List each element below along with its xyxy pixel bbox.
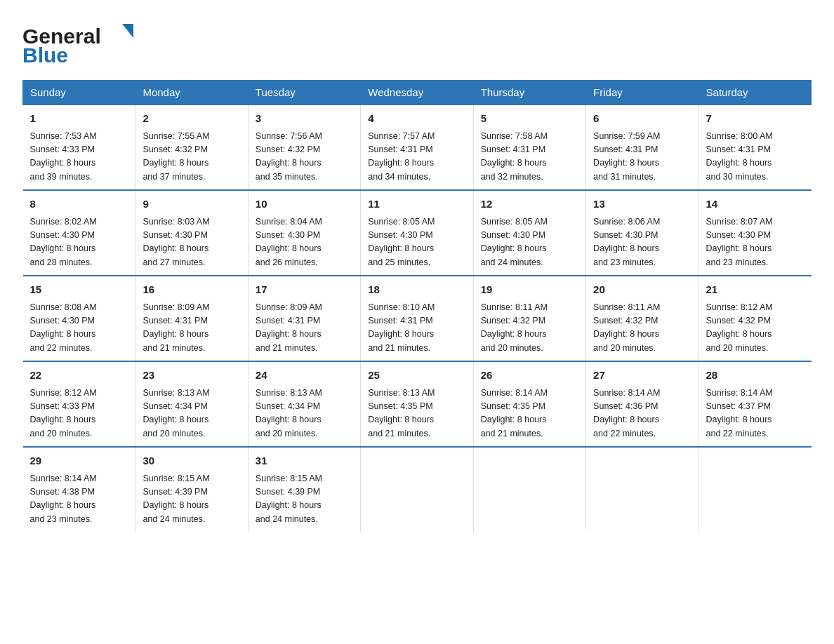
header-tuesday: Tuesday bbox=[248, 81, 360, 105]
calendar-cell: 8 Sunrise: 8:02 AMSunset: 4:30 PMDayligh… bbox=[23, 190, 135, 276]
day-number: 13 bbox=[593, 196, 691, 213]
calendar-cell: 18 Sunrise: 8:10 AMSunset: 4:31 PMDaylig… bbox=[361, 276, 473, 361]
day-number: 30 bbox=[143, 453, 240, 469]
day-number: 21 bbox=[706, 282, 805, 298]
calendar-cell: 9 Sunrise: 8:03 AMSunset: 4:30 PMDayligh… bbox=[135, 190, 248, 276]
day-number: 27 bbox=[593, 368, 691, 384]
day-info: Sunrise: 8:09 AMSunset: 4:31 PMDaylight:… bbox=[256, 301, 353, 356]
calendar-cell: 2 Sunrise: 7:55 AMSunset: 4:32 PMDayligh… bbox=[135, 105, 248, 190]
day-number: 4 bbox=[368, 111, 465, 127]
day-number: 7 bbox=[706, 111, 805, 127]
day-number: 31 bbox=[256, 453, 353, 469]
day-info: Sunrise: 8:04 AMSunset: 4:30 PMDaylight:… bbox=[256, 215, 353, 270]
header-sunday: Sunday bbox=[23, 81, 135, 105]
calendar-cell: 28 Sunrise: 8:14 AMSunset: 4:37 PMDaylig… bbox=[699, 361, 811, 447]
day-info: Sunrise: 8:14 AMSunset: 4:35 PMDaylight:… bbox=[481, 387, 578, 441]
calendar-week-3: 15 Sunrise: 8:08 AMSunset: 4:30 PMDaylig… bbox=[23, 276, 812, 361]
day-info: Sunrise: 8:02 AMSunset: 4:30 PMDaylight:… bbox=[30, 215, 128, 270]
day-info: Sunrise: 8:13 AMSunset: 4:34 PMDaylight:… bbox=[256, 387, 353, 441]
calendar-cell: 11 Sunrise: 8:05 AMSunset: 4:30 PMDaylig… bbox=[361, 190, 473, 276]
day-info: Sunrise: 8:13 AMSunset: 4:34 PMDaylight:… bbox=[143, 387, 240, 441]
header-monday: Monday bbox=[135, 81, 248, 105]
day-info: Sunrise: 8:11 AMSunset: 4:32 PMDaylight:… bbox=[593, 301, 691, 356]
day-number: 20 bbox=[593, 282, 691, 298]
day-number: 10 bbox=[256, 196, 353, 213]
day-number: 25 bbox=[368, 368, 465, 384]
day-info: Sunrise: 8:14 AMSunset: 4:38 PMDaylight:… bbox=[30, 472, 128, 527]
calendar-cell: 10 Sunrise: 8:04 AMSunset: 4:30 PMDaylig… bbox=[248, 190, 360, 276]
day-info: Sunrise: 8:13 AMSunset: 4:35 PMDaylight:… bbox=[368, 387, 465, 441]
day-number: 6 bbox=[593, 111, 691, 127]
calendar-cell: 29 Sunrise: 8:14 AMSunset: 4:38 PMDaylig… bbox=[23, 447, 135, 532]
day-number: 14 bbox=[706, 196, 805, 213]
day-number: 17 bbox=[256, 282, 353, 298]
day-number: 16 bbox=[143, 282, 240, 298]
day-info: Sunrise: 8:15 AMSunset: 4:39 PMDaylight:… bbox=[256, 472, 353, 527]
day-info: Sunrise: 7:59 AMSunset: 4:31 PMDaylight:… bbox=[593, 130, 691, 185]
header-friday: Friday bbox=[586, 81, 699, 105]
day-info: Sunrise: 8:09 AMSunset: 4:31 PMDaylight:… bbox=[143, 301, 240, 356]
calendar-cell: 30 Sunrise: 8:15 AMSunset: 4:39 PMDaylig… bbox=[135, 447, 248, 532]
calendar-cell: 24 Sunrise: 8:13 AMSunset: 4:34 PMDaylig… bbox=[248, 361, 360, 447]
calendar-cell: 27 Sunrise: 8:14 AMSunset: 4:36 PMDaylig… bbox=[586, 361, 699, 447]
day-number: 5 bbox=[481, 111, 578, 127]
day-number: 15 bbox=[30, 282, 128, 298]
day-number: 2 bbox=[143, 111, 240, 127]
day-number: 26 bbox=[481, 368, 578, 384]
calendar-week-1: 1 Sunrise: 7:53 AMSunset: 4:33 PMDayligh… bbox=[23, 105, 812, 190]
day-number: 12 bbox=[481, 196, 578, 213]
header-thursday: Thursday bbox=[473, 81, 585, 105]
day-info: Sunrise: 8:07 AMSunset: 4:30 PMDaylight:… bbox=[706, 215, 805, 270]
svg-marker-1 bbox=[122, 24, 133, 38]
day-info: Sunrise: 8:05 AMSunset: 4:30 PMDaylight:… bbox=[368, 215, 465, 270]
calendar-cell: 15 Sunrise: 8:08 AMSunset: 4:30 PMDaylig… bbox=[23, 276, 135, 361]
calendar-cell bbox=[586, 447, 699, 532]
calendar-cell: 6 Sunrise: 7:59 AMSunset: 4:31 PMDayligh… bbox=[586, 105, 699, 190]
day-number: 18 bbox=[368, 282, 465, 298]
calendar-cell: 16 Sunrise: 8:09 AMSunset: 4:31 PMDaylig… bbox=[135, 276, 248, 361]
calendar-table: SundayMondayTuesdayWednesdayThursdayFrid… bbox=[22, 80, 812, 532]
calendar-cell: 5 Sunrise: 7:58 AMSunset: 4:31 PMDayligh… bbox=[473, 105, 585, 190]
day-info: Sunrise: 8:00 AMSunset: 4:31 PMDaylight:… bbox=[706, 130, 805, 185]
calendar-cell: 12 Sunrise: 8:05 AMSunset: 4:30 PMDaylig… bbox=[473, 190, 585, 276]
calendar-cell: 3 Sunrise: 7:56 AMSunset: 4:32 PMDayligh… bbox=[248, 105, 360, 190]
day-info: Sunrise: 7:55 AMSunset: 4:32 PMDaylight:… bbox=[143, 130, 240, 185]
calendar-cell: 19 Sunrise: 8:11 AMSunset: 4:32 PMDaylig… bbox=[473, 276, 585, 361]
calendar-cell: 23 Sunrise: 8:13 AMSunset: 4:34 PMDaylig… bbox=[135, 361, 248, 447]
calendar-cell: 14 Sunrise: 8:07 AMSunset: 4:30 PMDaylig… bbox=[699, 190, 811, 276]
day-number: 24 bbox=[256, 368, 353, 384]
svg-text:Blue: Blue bbox=[22, 43, 68, 66]
day-info: Sunrise: 8:08 AMSunset: 4:30 PMDaylight:… bbox=[30, 301, 128, 356]
calendar-week-4: 22 Sunrise: 8:12 AMSunset: 4:33 PMDaylig… bbox=[23, 361, 812, 447]
calendar-cell: 26 Sunrise: 8:14 AMSunset: 4:35 PMDaylig… bbox=[473, 361, 585, 447]
day-info: Sunrise: 8:10 AMSunset: 4:31 PMDaylight:… bbox=[368, 301, 465, 356]
calendar-cell: 1 Sunrise: 7:53 AMSunset: 4:33 PMDayligh… bbox=[23, 105, 135, 190]
day-info: Sunrise: 8:11 AMSunset: 4:32 PMDaylight:… bbox=[481, 301, 578, 356]
header-saturday: Saturday bbox=[699, 81, 811, 105]
day-number: 22 bbox=[30, 368, 128, 384]
calendar-cell: 31 Sunrise: 8:15 AMSunset: 4:39 PMDaylig… bbox=[248, 447, 360, 532]
day-info: Sunrise: 8:03 AMSunset: 4:30 PMDaylight:… bbox=[143, 215, 240, 270]
calendar-week-2: 8 Sunrise: 8:02 AMSunset: 4:30 PMDayligh… bbox=[23, 190, 812, 276]
logo-svg: General Blue bbox=[22, 17, 142, 66]
calendar-cell: 21 Sunrise: 8:12 AMSunset: 4:32 PMDaylig… bbox=[699, 276, 811, 361]
day-info: Sunrise: 8:06 AMSunset: 4:30 PMDaylight:… bbox=[593, 215, 691, 270]
calendar-header-row: SundayMondayTuesdayWednesdayThursdayFrid… bbox=[23, 81, 812, 105]
calendar-cell: 17 Sunrise: 8:09 AMSunset: 4:31 PMDaylig… bbox=[248, 276, 360, 361]
day-info: Sunrise: 8:14 AMSunset: 4:36 PMDaylight:… bbox=[593, 387, 691, 441]
day-info: Sunrise: 7:58 AMSunset: 4:31 PMDaylight:… bbox=[481, 130, 578, 185]
day-info: Sunrise: 7:56 AMSunset: 4:32 PMDaylight:… bbox=[256, 130, 353, 185]
calendar-cell: 20 Sunrise: 8:11 AMSunset: 4:32 PMDaylig… bbox=[586, 276, 699, 361]
day-number: 23 bbox=[143, 368, 240, 384]
day-number: 29 bbox=[30, 453, 128, 469]
calendar-cell bbox=[699, 447, 811, 532]
day-info: Sunrise: 7:57 AMSunset: 4:31 PMDaylight:… bbox=[368, 130, 465, 185]
day-info: Sunrise: 8:12 AMSunset: 4:33 PMDaylight:… bbox=[30, 387, 128, 441]
day-info: Sunrise: 8:05 AMSunset: 4:30 PMDaylight:… bbox=[481, 215, 578, 270]
calendar-cell bbox=[361, 447, 473, 532]
calendar-cell bbox=[473, 447, 585, 532]
calendar-cell: 4 Sunrise: 7:57 AMSunset: 4:31 PMDayligh… bbox=[361, 105, 473, 190]
logo: General Blue bbox=[22, 17, 142, 66]
day-number: 3 bbox=[256, 111, 353, 127]
calendar-cell: 7 Sunrise: 8:00 AMSunset: 4:31 PMDayligh… bbox=[699, 105, 811, 190]
